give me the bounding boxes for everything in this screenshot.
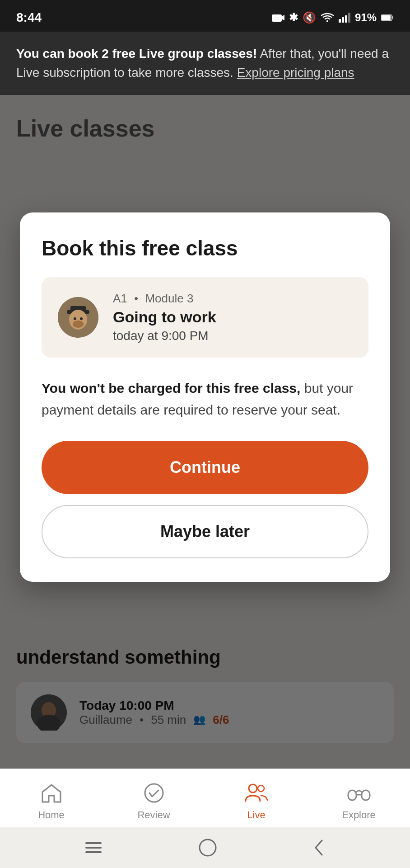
nav-circle-icon: [199, 839, 217, 857]
modal: Book this free class: [20, 212, 390, 582]
status-icons: ✱ 🔇 91%: [272, 11, 394, 24]
signal-icon: [339, 13, 350, 23]
battery-percent: 91%: [355, 11, 377, 24]
nav-item-explore[interactable]: Explore: [308, 780, 410, 821]
svg-point-22: [258, 785, 264, 792]
svg-rect-9: [392, 16, 393, 19]
meta-dot: •: [134, 292, 138, 305]
status-time: 8:44: [16, 10, 42, 25]
svg-point-21: [249, 784, 257, 793]
svg-rect-26: [85, 847, 102, 849]
review-svg: [143, 782, 165, 804]
review-nav-icon: [141, 780, 167, 806]
class-description: You won't be charged for this free class…: [42, 377, 368, 421]
svg-rect-24: [362, 790, 370, 800]
nav-back-button[interactable]: [84, 840, 103, 855]
svg-rect-5: [345, 15, 347, 23]
svg-rect-3: [339, 19, 341, 23]
svg-rect-6: [348, 13, 350, 23]
status-bar: 8:44 ✱ 🔇: [0, 0, 410, 32]
nav-item-home[interactable]: Home: [0, 780, 102, 821]
notification-bold: You can book 2 free Live group classes!: [16, 47, 257, 61]
description-bold: You won't be charged for this free class…: [42, 381, 300, 396]
svg-marker-1: [282, 15, 284, 20]
class-time: today at 9:00 PM: [113, 329, 216, 343]
svg-rect-0: [272, 14, 282, 22]
svg-rect-8: [382, 15, 391, 20]
app-wrapper: 8:44 ✱ 🔇: [0, 0, 410, 868]
nav-home-button[interactable]: [199, 839, 217, 857]
mute-icon: 🔇: [303, 11, 316, 24]
wifi-icon: [321, 13, 334, 23]
svg-rect-23: [348, 790, 356, 800]
nav-forward-button[interactable]: [312, 838, 326, 858]
svg-point-20: [145, 784, 163, 802]
nav-bars-icon: [84, 840, 103, 855]
nav-label-live: Live: [247, 809, 265, 821]
live-nav-icon: [244, 780, 269, 806]
bluetooth-icon: ✱: [289, 11, 298, 24]
svg-rect-4: [342, 17, 344, 23]
svg-point-15: [80, 317, 83, 320]
battery-icon: [381, 14, 394, 21]
maybe-later-button[interactable]: Maybe later: [42, 505, 368, 558]
class-card: A1 • Module 3 Going to work today at 9:0…: [42, 277, 368, 358]
bottom-nav: Home Review Liv: [0, 769, 410, 827]
live-svg: [245, 782, 268, 804]
system-nav-bar: [0, 827, 410, 868]
avatar-svg: [58, 297, 98, 338]
nav-item-live[interactable]: Live: [205, 780, 308, 821]
svg-rect-28: [200, 840, 216, 856]
class-meta: A1 • Module 3: [113, 292, 216, 306]
nav-label-explore: Explore: [342, 809, 376, 821]
home-nav-icon: [39, 780, 64, 806]
nav-label-review: Review: [137, 809, 170, 821]
continue-button[interactable]: Continue: [42, 441, 368, 494]
svg-point-2: [326, 20, 328, 22]
nav-item-review[interactable]: Review: [102, 780, 205, 821]
class-info: A1 • Module 3 Going to work today at 9:0…: [113, 292, 216, 343]
pricing-link[interactable]: Explore pricing plans: [237, 66, 354, 80]
class-level: A1: [113, 292, 127, 305]
nav-label-home: Home: [38, 809, 65, 821]
class-name: Going to work: [113, 308, 216, 326]
teacher-avatar: [58, 297, 98, 338]
class-module: Module 3: [145, 292, 193, 305]
svg-point-14: [74, 317, 76, 320]
camera-icon: [272, 13, 284, 23]
explore-nav-icon: [346, 780, 372, 806]
svg-rect-27: [85, 851, 102, 853]
nav-chevron-icon: [312, 838, 326, 858]
svg-rect-25: [85, 842, 102, 844]
svg-point-16: [73, 321, 84, 328]
modal-backdrop: Book this free class: [0, 95, 410, 769]
notification-banner: You can book 2 free Live group classes! …: [0, 32, 410, 95]
explore-svg: [347, 783, 371, 803]
modal-title: Book this free class: [42, 236, 368, 261]
home-svg: [41, 783, 62, 803]
background-content: Live classes Book this free class: [0, 95, 410, 769]
